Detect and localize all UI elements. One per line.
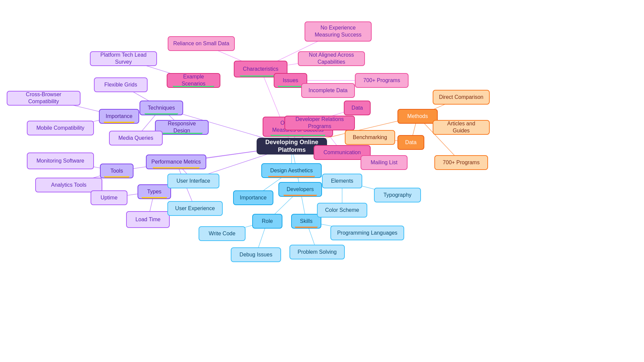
node-articles-guides: Articles and Guides <box>433 120 490 135</box>
node-direct-comparison: Direct Comparison <box>433 90 490 105</box>
node-dev-rel-programs: Developer Relations Programs <box>284 116 355 130</box>
node-no-exp: No Experience Measuring Success <box>305 21 372 42</box>
node-techniques: Techniques <box>140 101 183 115</box>
node-benchmarking: Benchmarking <box>345 130 395 145</box>
node-monitoring-software: Monitoring Software <box>27 153 94 169</box>
node-programming-lang: Programming Languages <box>330 226 404 240</box>
node-load-time: Load Time <box>126 211 170 228</box>
node-elements: Elements <box>322 174 362 188</box>
node-skills: Skills <box>291 214 321 229</box>
node-developers: Developers <box>278 182 322 197</box>
node-design-aesthetics: Design Aesthetics <box>261 163 322 178</box>
node-color-scheme: Color Scheme <box>317 203 367 218</box>
node-data-orange: Data <box>397 135 424 150</box>
node-importance-blue: Importance <box>233 190 273 205</box>
node-problem-solving: Problem Solving <box>289 245 345 259</box>
node-cross-browser: Cross-Browser Compatibility <box>7 91 80 106</box>
node-example-scenarios: Example Scenarios <box>167 73 220 88</box>
node-types: Types <box>138 184 171 199</box>
node-incomplete-data: Incomplete Data <box>301 83 355 98</box>
node-methods: Methods <box>397 109 438 124</box>
node-importance-purple: Importance <box>99 109 139 124</box>
node-tools: Tools <box>100 164 133 178</box>
node-not-aligned: Not Aligned Across Capabilities <box>298 51 365 66</box>
node-mailing-list: Mailing List <box>361 155 408 170</box>
node-700-programs-1: 700+ Programs <box>355 73 409 88</box>
node-data-pink: Data <box>344 101 371 115</box>
node-debug-issues: Debug Issues <box>231 247 281 262</box>
node-role: Role <box>252 214 282 229</box>
node-platform-survey: Platform Tech Lead Survey <box>90 51 157 66</box>
node-mobile-compat: Mobile Compatibility <box>27 121 94 135</box>
node-typography: Typography <box>374 188 421 202</box>
node-700-programs-2: 700+ Programs <box>434 155 488 170</box>
node-responsive-design: Responsive Design <box>155 120 209 135</box>
node-performance-metrics: Performance Metrics <box>146 155 206 169</box>
node-user-interface: User Interface <box>167 174 219 188</box>
node-flexible-grids: Flexible Grids <box>94 77 148 92</box>
node-reliance: Reliance on Small Data <box>168 36 235 51</box>
node-write-code: Write Code <box>199 226 246 241</box>
node-user-experience: User Experience <box>167 201 223 216</box>
node-media-queries: Media Queries <box>109 131 163 145</box>
node-uptime: Uptime <box>91 190 127 205</box>
